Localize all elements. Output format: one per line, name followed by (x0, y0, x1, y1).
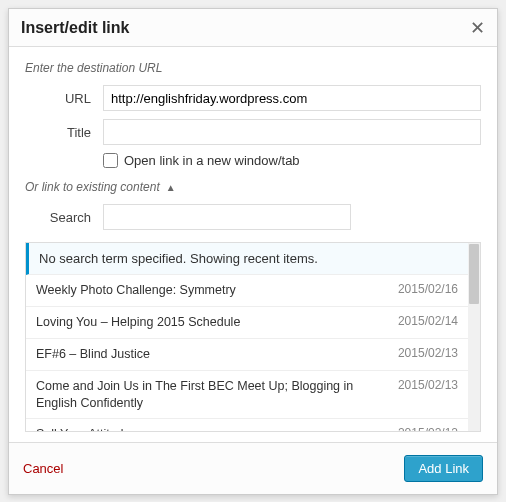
search-label: Search (25, 210, 103, 225)
list-item[interactable]: EF#6 – Blind Justice 2015/02/13 (26, 339, 468, 371)
search-row: Search (25, 204, 481, 230)
dialog-header: Insert/edit link ✕ (9, 9, 497, 47)
results-list-inner: No search term specified. Showing recent… (26, 243, 468, 431)
title-input[interactable] (103, 119, 481, 145)
url-input[interactable] (103, 85, 481, 111)
list-item-title: Sell Your Attitude (36, 426, 131, 431)
list-item-date: 2015/02/16 (398, 282, 458, 296)
add-link-button[interactable]: Add Link (404, 455, 483, 482)
list-item[interactable]: Loving You – Helping 2015 Schedule 2015/… (26, 307, 468, 339)
list-item-date: 2015/02/13 (398, 378, 458, 392)
dialog-footer: Cancel Add Link (9, 442, 497, 494)
destination-url-hint: Enter the destination URL (25, 61, 481, 75)
newtab-row: Open link in a new window/tab (25, 153, 481, 168)
title-label: Title (25, 125, 103, 140)
list-item-date: 2015/02/14 (398, 314, 458, 328)
list-item-date: 2015/02/12 (398, 426, 458, 431)
list-item-title: EF#6 – Blind Justice (36, 346, 150, 363)
insert-edit-link-dialog: Insert/edit link ✕ Enter the destination… (8, 8, 498, 495)
results-list: No search term specified. Showing recent… (25, 242, 481, 432)
existing-content-toggle[interactable]: Or link to existing content ▲ (25, 180, 481, 194)
scrollbar[interactable] (468, 243, 480, 431)
scroll-thumb[interactable] (469, 244, 479, 304)
title-row: Title (25, 119, 481, 145)
search-input[interactable] (103, 204, 351, 230)
url-label: URL (25, 91, 103, 106)
list-item-title: Loving You – Helping 2015 Schedule (36, 314, 240, 331)
close-icon[interactable]: ✕ (470, 19, 485, 37)
dialog-title: Insert/edit link (21, 19, 129, 37)
list-item-title: Weekly Photo Challenge: Symmetry (36, 282, 236, 299)
existing-content-label: Or link to existing content (25, 180, 160, 194)
chevron-up-icon: ▲ (166, 182, 176, 193)
list-item-date: 2015/02/13 (398, 346, 458, 360)
list-item[interactable]: Sell Your Attitude 2015/02/12 (26, 419, 468, 431)
results-banner: No search term specified. Showing recent… (26, 243, 468, 275)
dialog-body: Enter the destination URL URL Title Open… (9, 47, 497, 442)
list-item-title: Come and Join Us in The First BEC Meet U… (36, 378, 382, 412)
cancel-button[interactable]: Cancel (23, 461, 63, 476)
newtab-label: Open link in a new window/tab (124, 153, 300, 168)
list-item[interactable]: Come and Join Us in The First BEC Meet U… (26, 371, 468, 420)
url-row: URL (25, 85, 481, 111)
newtab-checkbox[interactable] (103, 153, 118, 168)
list-item[interactable]: Weekly Photo Challenge: Symmetry 2015/02… (26, 275, 468, 307)
